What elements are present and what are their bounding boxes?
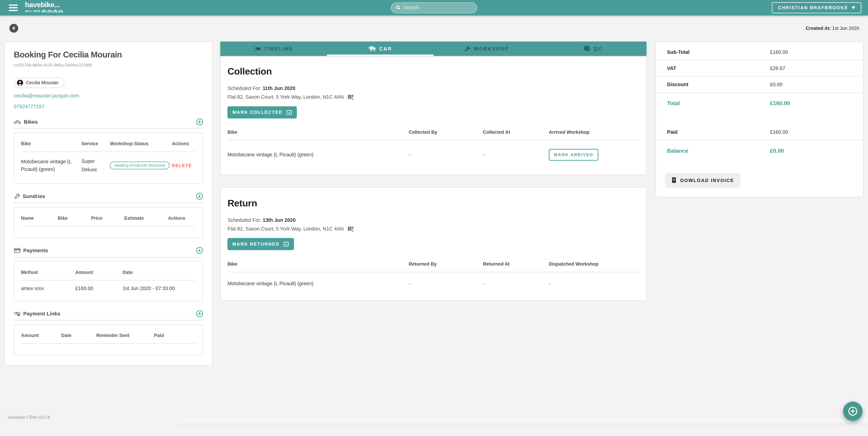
collected-by-value: -: [409, 140, 483, 172]
sundries-col-actions: Actions: [168, 209, 196, 226]
add-payment-button[interactable]: [196, 247, 203, 254]
add-payment-link-button[interactable]: [196, 310, 203, 317]
collection-bike: Motobecane vintage (L Picault) (green): [227, 140, 409, 172]
collection-col-by: Collected By: [409, 124, 483, 140]
map-search-icon[interactable]: [347, 94, 353, 100]
created-at-label: Created At:: [806, 26, 831, 31]
add-sundry-button[interactable]: [196, 193, 203, 200]
return-col-at: Returned At: [483, 256, 549, 272]
tab-workshop[interactable]: WORKSHOP: [433, 41, 540, 56]
paid-label: Paid: [667, 129, 678, 135]
bottom-sheet-shadow: [177, 419, 868, 426]
customer-chip-label: Cecilia Mourain: [26, 80, 58, 85]
logo-bikes-icons: [41, 9, 63, 13]
divider: [14, 128, 203, 129]
logo-subtitle: WILL RIDE: [25, 10, 40, 12]
return-col-by: Returned By: [409, 256, 483, 272]
created-at-value: 1st Jun 2020: [832, 26, 859, 31]
collected-at-value: -: [483, 140, 549, 172]
returned-at-value: -: [483, 272, 549, 298]
chevron-down-icon: [851, 6, 855, 9]
mark-returned-label: MARK RETURNED: [232, 242, 279, 246]
app-version: havebike CRM v3.0.8: [8, 415, 50, 420]
tab-label: C&R: [379, 46, 392, 52]
collection-table: Bike Collected By Collected At Arrived W…: [227, 124, 639, 172]
user-menu-button[interactable]: CHRISTIAN BRAYBROOKE: [772, 2, 861, 13]
divider: [14, 257, 203, 257]
payments-table-box: Method Amount Date amex 6004 £160.00 1st…: [14, 261, 203, 301]
credit-card-icon: [14, 248, 21, 253]
balance-row: Balance £0.00: [656, 141, 863, 161]
vat-value: £26.67: [770, 65, 785, 71]
mark-returned-button[interactable]: MARK RETURNED: [227, 238, 294, 250]
paid-value: £160.00: [770, 129, 788, 135]
sundries-col-price: Price: [91, 209, 124, 226]
plus-circle-icon: [196, 247, 203, 254]
divider: [14, 203, 203, 203]
tab-timeline[interactable]: TIMELINE: [220, 41, 327, 56]
return-table: Bike Returned By Returned At Dispatched …: [227, 256, 639, 298]
wrench-icon: [464, 46, 470, 52]
payments-section-header: Payments: [14, 247, 203, 254]
payment-links-section-title: Payment Links: [23, 311, 60, 317]
logo-text-have: have: [25, 1, 41, 9]
payment-links-table-box: Amount Date Reminder Sent Paid: [14, 324, 203, 355]
address-text: Flat 82, Saxon Court, 5 York Way, London…: [227, 226, 344, 232]
subtotal-row: Sub-Total £160.00: [656, 44, 863, 60]
back-button[interactable]: [9, 24, 18, 33]
plinks-col-amount: Amount: [21, 326, 61, 343]
return-title: Return: [227, 188, 639, 208]
plinks-col-reminder: Reminder Sent: [96, 326, 154, 343]
logo-text-bike: bike...: [41, 1, 60, 9]
person-icon: [17, 80, 23, 86]
download-invoice-button[interactable]: DOWLOAD INVOICE: [665, 173, 741, 188]
customer-email-link[interactable]: cecilia@mourain-jacquin.com: [14, 93, 203, 99]
tab-label: TIMELINE: [264, 46, 293, 52]
back-arrow-icon: [11, 26, 16, 31]
delete-bike-button[interactable]: DELETE: [172, 163, 192, 168]
customer-chip[interactable]: Cecilia Mourain: [14, 78, 65, 88]
payment-amount: £160.00: [75, 280, 122, 299]
vat-row: VAT £26.67: [656, 60, 863, 77]
app-root: havebike... WILL RIDE CHRISTIAN BRAYBROO…: [0, 0, 868, 426]
mark-arrived-button[interactable]: MARK ARRIVED: [549, 149, 598, 161]
search-input[interactable]: [403, 5, 472, 10]
payment-link-icon: [14, 311, 21, 317]
hamburger-menu-icon[interactable]: [9, 4, 18, 11]
payments-section-title: Payments: [23, 248, 48, 254]
map-search-icon[interactable]: [347, 226, 353, 232]
add-fab-button[interactable]: [843, 402, 863, 421]
workshop-status-badge: Awaiting Arrival Into Workshop: [110, 162, 169, 169]
receipt-icon: [672, 177, 677, 183]
bikes-col-service: Service: [82, 134, 110, 152]
bikes-section-title: Bikes: [24, 119, 38, 125]
return-card: Return Scheduled For: 13th Jun 2020 Flat…: [220, 187, 647, 301]
scheduled-date: 13th Jun 2020: [262, 217, 296, 223]
timeline-icon: [254, 46, 261, 52]
qc-check-icon: [584, 45, 590, 52]
global-search: [391, 2, 477, 13]
bike-name: Motobecane vintage (L Picault) (green): [21, 152, 82, 181]
payment-date: 1st Jun 2020 - 07:33:00: [123, 280, 196, 299]
table-row: amex 6004 £160.00 1st Jun 2020 - 07:33:0…: [21, 280, 196, 299]
total-label: Total: [667, 100, 680, 106]
invoice-summary-card: Sub-Total £160.00 VAT £26.67 Discount £0…: [655, 41, 864, 197]
return-bike: Motobecane vintage (L Picault) (green): [227, 272, 409, 298]
collection-col-bike: Bike: [227, 124, 409, 140]
bikes-col-actions: Actions: [172, 134, 196, 152]
bike-service: Super Deluxe: [82, 152, 110, 181]
sundries-icon: [14, 193, 20, 199]
tab-cr[interactable]: C&R: [327, 41, 433, 56]
customer-phone-link[interactable]: 07824777197: [14, 104, 203, 110]
download-invoice-label: DOWLOAD INVOICE: [680, 178, 734, 183]
return-col-dispatched: Dispatched Workshop: [549, 256, 639, 272]
return-col-bike: Bike: [227, 256, 409, 272]
tab-qc[interactable]: QC: [540, 41, 647, 56]
mark-collected-button[interactable]: MARK COLLECTED: [227, 106, 297, 118]
plinks-col-paid: Paid: [154, 326, 196, 343]
plus-circle-icon: [196, 193, 203, 200]
sundries-table: Name Bike Price Estimate Actions: [21, 209, 196, 226]
tab-label: WORKSHOP: [474, 46, 509, 52]
havebike-logo: havebike... WILL RIDE: [25, 1, 63, 13]
add-bike-button[interactable]: [196, 118, 203, 125]
